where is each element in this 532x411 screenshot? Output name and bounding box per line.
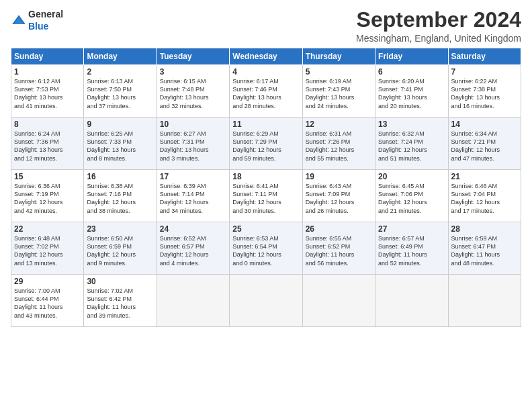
location: Messingham, England, United Kingdom [356,33,521,44]
header-row: Sunday Monday Tuesday Wednesday Thursday… [11,48,521,65]
calendar-week-1: 1Sunrise: 6:12 AM Sunset: 7:53 PM Daylig… [11,65,521,118]
calendar-cell: 28Sunrise: 6:59 AM Sunset: 6:47 PM Dayli… [448,222,521,275]
day-detail: Sunrise: 6:34 AM Sunset: 7:21 PM Dayligh… [451,130,518,163]
calendar-cell [375,275,448,327]
calendar-cell: 14Sunrise: 6:34 AM Sunset: 7:21 PM Dayli… [448,118,521,170]
day-detail: Sunrise: 6:36 AM Sunset: 7:19 PM Dayligh… [14,182,81,215]
day-detail: Sunrise: 6:32 AM Sunset: 7:24 PM Dayligh… [378,130,445,163]
day-number: 13 [378,120,445,129]
day-detail: Sunrise: 6:55 AM Sunset: 6:52 PM Dayligh… [306,234,372,267]
calendar-cell: 9Sunrise: 6:25 AM Sunset: 7:33 PM Daylig… [84,118,157,170]
logo-icon [11,14,27,26]
day-number: 3 [160,67,226,77]
day-detail: Sunrise: 6:22 AM Sunset: 7:38 PM Dayligh… [451,77,518,110]
day-detail: Sunrise: 6:45 AM Sunset: 7:06 PM Dayligh… [378,182,445,215]
day-number: 18 [232,172,299,181]
day-detail: Sunrise: 6:13 AM Sunset: 7:50 PM Dayligh… [87,77,153,110]
day-detail: Sunrise: 6:31 AM Sunset: 7:26 PM Dayligh… [306,130,372,163]
calendar-cell: 5Sunrise: 6:19 AM Sunset: 7:43 PM Daylig… [302,65,375,118]
calendar-cell: 26Sunrise: 6:55 AM Sunset: 6:52 PM Dayli… [302,222,375,275]
calendar-cell: 8Sunrise: 6:24 AM Sunset: 7:36 PM Daylig… [11,118,84,170]
calendar-cell [230,275,302,327]
day-detail: Sunrise: 6:52 AM Sunset: 6:57 PM Dayligh… [160,234,226,267]
page: General Blue September 2024 Messingham, … [0,0,532,334]
day-number: 2 [87,67,153,77]
day-detail: Sunrise: 6:46 AM Sunset: 7:04 PM Dayligh… [451,182,518,215]
col-thursday: Thursday [302,48,375,65]
calendar-cell: 13Sunrise: 6:32 AM Sunset: 7:24 PM Dayli… [375,118,448,170]
day-detail: Sunrise: 6:41 AM Sunset: 7:11 PM Dayligh… [232,182,299,215]
month-title: September 2024 [356,8,521,32]
day-number: 30 [87,277,153,286]
day-detail: Sunrise: 6:50 AM Sunset: 6:59 PM Dayligh… [87,234,153,267]
day-number: 23 [87,224,153,234]
col-saturday: Saturday [448,48,521,65]
calendar-cell: 22Sunrise: 6:48 AM Sunset: 7:02 PM Dayli… [11,222,84,275]
col-wednesday: Wednesday [230,48,302,65]
day-detail: Sunrise: 6:27 AM Sunset: 7:31 PM Dayligh… [160,130,226,163]
day-detail: Sunrise: 6:12 AM Sunset: 7:53 PM Dayligh… [14,77,81,110]
calendar-table: Sunday Monday Tuesday Wednesday Thursday… [11,48,521,327]
day-detail: Sunrise: 6:15 AM Sunset: 7:48 PM Dayligh… [160,77,226,110]
day-number: 22 [14,224,81,234]
calendar-week-4: 22Sunrise: 6:48 AM Sunset: 7:02 PM Dayli… [11,222,521,275]
logo-general: General [28,9,63,19]
day-number: 15 [14,172,81,181]
day-detail: Sunrise: 7:00 AM Sunset: 6:44 PM Dayligh… [14,287,81,320]
day-detail: Sunrise: 6:25 AM Sunset: 7:33 PM Dayligh… [87,130,153,163]
day-number: 16 [87,172,153,181]
day-detail: Sunrise: 6:38 AM Sunset: 7:16 PM Dayligh… [87,182,153,215]
col-monday: Monday [84,48,157,65]
calendar-cell: 4Sunrise: 6:17 AM Sunset: 7:46 PM Daylig… [230,65,302,118]
calendar-cell [157,275,229,327]
day-number: 29 [14,277,81,286]
day-detail: Sunrise: 6:43 AM Sunset: 7:09 PM Dayligh… [306,182,372,215]
day-number: 10 [160,120,226,129]
col-tuesday: Tuesday [157,48,229,65]
day-number: 24 [160,224,226,234]
day-number: 9 [87,120,153,129]
day-detail: Sunrise: 6:20 AM Sunset: 7:41 PM Dayligh… [378,77,445,110]
calendar-cell: 20Sunrise: 6:45 AM Sunset: 7:06 PM Dayli… [375,170,448,222]
calendar-cell: 7Sunrise: 6:22 AM Sunset: 7:38 PM Daylig… [448,65,521,118]
col-friday: Friday [375,48,448,65]
header: General Blue September 2024 Messingham, … [11,8,521,44]
calendar-cell: 11Sunrise: 6:29 AM Sunset: 7:29 PM Dayli… [230,118,302,170]
logo: General Blue [11,8,63,32]
calendar-cell: 24Sunrise: 6:52 AM Sunset: 6:57 PM Dayli… [157,222,229,275]
day-detail: Sunrise: 6:29 AM Sunset: 7:29 PM Dayligh… [232,130,299,163]
calendar-cell: 3Sunrise: 6:15 AM Sunset: 7:48 PM Daylig… [157,65,229,118]
day-number: 20 [378,172,445,181]
calendar-cell: 10Sunrise: 6:27 AM Sunset: 7:31 PM Dayli… [157,118,229,170]
day-detail: Sunrise: 6:53 AM Sunset: 6:54 PM Dayligh… [232,234,299,267]
calendar-cell: 18Sunrise: 6:41 AM Sunset: 7:11 PM Dayli… [230,170,302,222]
calendar-cell: 2Sunrise: 6:13 AM Sunset: 7:50 PM Daylig… [84,65,157,118]
day-detail: Sunrise: 6:24 AM Sunset: 7:36 PM Dayligh… [14,130,81,163]
day-number: 7 [451,67,518,77]
calendar-cell: 21Sunrise: 6:46 AM Sunset: 7:04 PM Dayli… [448,170,521,222]
calendar-cell: 6Sunrise: 6:20 AM Sunset: 7:41 PM Daylig… [375,65,448,118]
day-number: 26 [306,224,372,234]
calendar-cell: 30Sunrise: 7:02 AM Sunset: 6:42 PM Dayli… [84,275,157,327]
calendar-cell: 16Sunrise: 6:38 AM Sunset: 7:16 PM Dayli… [84,170,157,222]
day-number: 1 [14,67,81,77]
day-detail: Sunrise: 6:17 AM Sunset: 7:46 PM Dayligh… [232,77,299,110]
calendar-cell: 12Sunrise: 6:31 AM Sunset: 7:26 PM Dayli… [302,118,375,170]
day-number: 28 [451,224,518,234]
col-sunday: Sunday [11,48,84,65]
day-number: 27 [378,224,445,234]
calendar-cell [448,275,521,327]
calendar-week-5: 29Sunrise: 7:00 AM Sunset: 6:44 PM Dayli… [11,275,521,327]
day-number: 4 [232,67,299,77]
calendar-week-3: 15Sunrise: 6:36 AM Sunset: 7:19 PM Dayli… [11,170,521,222]
day-detail: Sunrise: 6:59 AM Sunset: 6:47 PM Dayligh… [451,234,518,267]
day-number: 19 [306,172,372,181]
day-number: 17 [160,172,226,181]
day-number: 12 [306,120,372,129]
calendar-cell: 25Sunrise: 6:53 AM Sunset: 6:54 PM Dayli… [230,222,302,275]
logo-blue: Blue [28,21,48,32]
day-number: 6 [378,67,445,77]
day-detail: Sunrise: 6:48 AM Sunset: 7:02 PM Dayligh… [14,234,81,267]
calendar-cell: 15Sunrise: 6:36 AM Sunset: 7:19 PM Dayli… [11,170,84,222]
day-number: 25 [232,224,299,234]
